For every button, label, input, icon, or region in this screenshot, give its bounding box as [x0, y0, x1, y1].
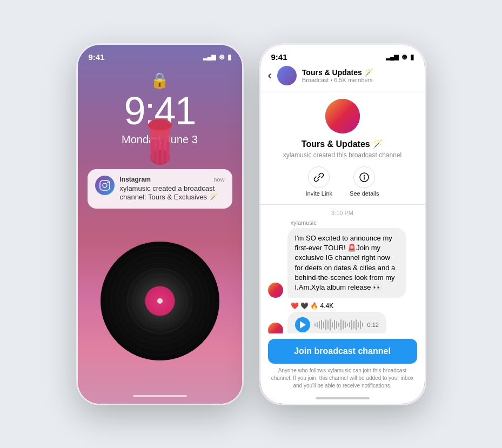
wave-bar — [323, 322, 324, 328]
channel-big-avatar — [325, 99, 360, 133]
wave-bar — [327, 320, 329, 329]
signal-icon: ▂▄▆ — [203, 54, 216, 61]
wave-bar — [360, 320, 361, 329]
ch-battery-icon: ▮ — [410, 53, 414, 61]
vinyl-disc — [101, 242, 219, 360]
svg-rect-4 — [156, 139, 159, 164]
channel-header: ‹ Tours & Updates 🪄 Broadcast • 6.5K mem… — [260, 62, 425, 91]
svg-point-9 — [103, 183, 107, 188]
wave-bar — [340, 319, 342, 330]
channel-title: Tours & Updates 🪄 — [302, 68, 417, 77]
ls-status-icons: ▂▄▆ ⊛ ▮ — [203, 53, 231, 61]
text-message-row: I'm SO excited to announce my first-ever… — [268, 228, 417, 298]
channel-actions: Invite Link See details — [306, 166, 379, 197]
invite-link-button[interactable]: Invite Link — [306, 166, 333, 197]
wave-bar — [314, 323, 316, 326]
avatar-image — [277, 66, 297, 85]
svg-point-12 — [111, 252, 209, 350]
svg-point-13 — [117, 258, 203, 344]
message-timestamp: 3:10 PM — [268, 210, 417, 216]
wave-bar — [358, 322, 359, 327]
notif-message: xylamusic created a broadcast channel: T… — [120, 184, 225, 203]
home-indicator — [133, 395, 187, 397]
join-area: Join broadcast channel Anyone who follow… — [260, 333, 425, 393]
big-avatar-image — [325, 99, 360, 133]
wave-bar — [334, 320, 335, 330]
battery-icon: ▮ — [227, 53, 231, 61]
play-triangle-icon — [300, 321, 306, 329]
svg-rect-3 — [151, 139, 155, 161]
wave-bar — [345, 322, 346, 328]
channel-subtitle: Broadcast • 6.5K members — [302, 77, 417, 83]
wave-bar — [362, 323, 363, 327]
home-bar — [316, 397, 370, 399]
audio-bubble: 0:12 — [287, 312, 386, 333]
lockscreen-status-bar: 9:41 ▂▄▆ ⊛ ▮ — [78, 45, 242, 62]
channel-screen: 9:41 ▂▄▆ ⊛ ▮ ‹ Tours & Updates 🪄 Broadca… — [260, 45, 425, 404]
channel-title-area: Tours & Updates 🪄 Broadcast • 6.5K membe… — [302, 68, 417, 83]
notif-profile-pic — [95, 176, 115, 195]
wave-bar — [317, 322, 318, 327]
text-message-bubble: I'm SO excited to announce my first-ever… — [287, 228, 406, 298]
messages-area: 3:10 PM xylamusic I'm SO excited to anno… — [260, 204, 425, 333]
wave-bar — [353, 321, 354, 329]
channel-created-by: xylamusic created this broadcast channel — [283, 151, 401, 159]
svg-point-16 — [133, 274, 187, 328]
notif-header: Instagram now — [120, 176, 225, 183]
channel-info: Tours & Updates 🪄 xylamusic created this… — [260, 91, 425, 204]
sender-avatar-audio — [268, 323, 283, 333]
ls-time: 9:41 — [89, 52, 105, 62]
join-broadcast-button[interactable]: Join broadcast channel — [268, 339, 417, 364]
wave-bar — [356, 319, 357, 330]
notif-avatar-inner — [95, 176, 115, 195]
wave-bar — [343, 320, 344, 329]
audio-message-row: 0:12 — [268, 312, 417, 333]
instagram-notification[interactable]: Instagram now xylamusic created a broadc… — [88, 169, 232, 209]
wave-bar — [336, 321, 337, 329]
channel-home-indicator — [260, 393, 425, 404]
notif-time: now — [213, 176, 224, 183]
ch-wifi-icon: ⊛ — [401, 53, 407, 61]
wave-bar — [332, 322, 333, 327]
svg-point-7 — [148, 119, 172, 130]
invite-link-label: Invite Link — [306, 190, 333, 197]
wifi-icon: ⊛ — [219, 53, 225, 61]
channel-status-bar: 9:41 ▂▄▆ ⊛ ▮ — [260, 45, 425, 62]
svg-point-14 — [122, 263, 198, 339]
svg-point-10 — [107, 182, 108, 183]
audio-waveform — [314, 318, 363, 331]
see-details-button[interactable]: See details — [350, 166, 379, 197]
channel-name-label: Tours & Updates 🪄 — [302, 139, 383, 149]
wave-bar — [338, 323, 339, 327]
phone-channel: 9:41 ▂▄▆ ⊛ ▮ ‹ Tours & Updates 🪄 Broadca… — [259, 43, 426, 405]
vinyl-record — [101, 242, 219, 360]
wave-bar — [351, 320, 352, 330]
see-details-icon — [353, 166, 375, 188]
notif-content: Instagram now xylamusic created a broadc… — [120, 176, 225, 203]
join-disclaimer: Anyone who follows xylamusic can join th… — [268, 367, 417, 390]
message-reactions[interactable]: ❤️ 🖤 🔥 4.4K — [291, 302, 417, 310]
svg-point-19 — [364, 175, 365, 176]
svg-rect-5 — [161, 139, 164, 163]
invite-link-icon — [308, 166, 330, 188]
notif-app-name: Instagram — [120, 176, 151, 183]
sender-name: xylamusic — [291, 219, 417, 226]
svg-point-15 — [128, 269, 192, 333]
wave-bar — [325, 319, 326, 330]
see-details-label: See details — [350, 190, 379, 197]
play-button[interactable] — [295, 317, 310, 332]
sender-avatar — [268, 283, 283, 298]
audio-duration: 0:12 — [367, 322, 379, 328]
back-button[interactable]: ‹ — [268, 69, 272, 83]
wave-bar — [330, 319, 331, 331]
wave-bar — [319, 321, 320, 329]
channel-header-avatar — [277, 66, 297, 85]
svg-rect-6 — [166, 141, 169, 162]
wave-bar — [349, 322, 350, 327]
ch-status-icons: ▂▄▆ ⊛ ▮ — [386, 53, 414, 61]
phone-lockscreen: 9:41 ▂▄▆ ⊛ ▮ 🔒 9:41 Monday, June 3 — [76, 43, 244, 405]
ch-signal-icon: ▂▄▆ — [386, 54, 399, 61]
wave-bar — [321, 320, 322, 330]
lock-icon: 🔒 — [150, 71, 169, 89]
ch-time: 9:41 — [271, 52, 287, 62]
